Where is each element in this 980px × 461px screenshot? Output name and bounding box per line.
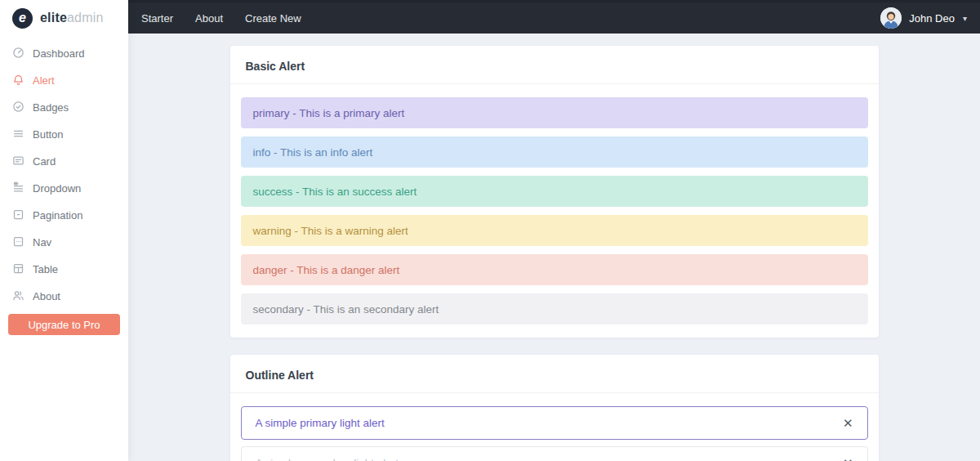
- sidebar-item-label: Table: [33, 263, 58, 275]
- brand-logo-icon: e: [12, 8, 33, 29]
- close-icon[interactable]: ✕: [843, 457, 853, 461]
- check-circle-icon: [12, 101, 24, 115]
- sidebar-item-button[interactable]: Button: [0, 121, 128, 148]
- card-body: A simple primary light alert ✕ A simple …: [230, 393, 879, 461]
- nav-box-icon: [12, 235, 24, 250]
- alert-warning: warning - This is a warning alert: [241, 215, 868, 246]
- brand-name-bold: elite: [40, 11, 67, 25]
- alert-success: success - This is an success alert: [241, 176, 868, 207]
- brand-logo[interactable]: e eliteadmin: [0, 0, 128, 36]
- basic-alert-card: Basic Alert primary - This is a primary …: [230, 46, 879, 338]
- sidebar-item-badges[interactable]: Badges: [0, 94, 128, 121]
- alert-info: info - This is an info alert: [241, 137, 868, 168]
- close-icon[interactable]: ✕: [843, 417, 853, 429]
- sidebar-item-label: Dashboard: [33, 47, 85, 60]
- sidebar-item-label: Pagination: [33, 209, 82, 222]
- sidebar: e eliteadmin Dashboard Alert Badges Bu: [0, 0, 128, 461]
- speedometer-icon: [12, 47, 24, 61]
- upgrade-to-pro-button[interactable]: Upgrade to Pro: [8, 314, 120, 335]
- sidebar-item-label: About: [33, 290, 60, 302]
- sidebar-item-nav[interactable]: Nav: [0, 229, 128, 256]
- brand-name-light: admin: [67, 11, 104, 25]
- users-icon: [12, 289, 24, 304]
- alert-text: A simple secondary light alert: [256, 457, 399, 461]
- alert-outline-secondary: A simple secondary light alert ✕: [241, 446, 868, 461]
- top-navbar: Starter About Create New John Deo ▾: [128, 0, 980, 34]
- sidebar-item-alert[interactable]: Alert: [0, 67, 128, 94]
- sidebar-item-pagination[interactable]: Pagination: [0, 202, 128, 229]
- sidebar-item-label: Nav: [33, 236, 51, 248]
- sidebar-item-card[interactable]: Card: [0, 148, 128, 175]
- user-name: John Deo: [909, 12, 955, 25]
- alert-text: A simple primary light alert: [256, 417, 385, 429]
- pagination-icon: [12, 208, 24, 223]
- user-menu[interactable]: John Deo ▾: [880, 7, 967, 29]
- alert-danger: danger - This is a danger alert: [241, 254, 868, 285]
- chevron-down-icon: ▾: [963, 14, 967, 23]
- card-header: Basic Alert: [230, 46, 879, 84]
- sidebar-item-label: Badges: [33, 101, 69, 114]
- main-content: Basic Alert primary - This is a primary …: [128, 36, 980, 461]
- card-title: Basic Alert: [246, 60, 863, 73]
- list-icon: [12, 128, 24, 142]
- sidebar-item-about[interactable]: About: [0, 283, 128, 310]
- outline-alert-card: Outline Alert A simple primary light ale…: [230, 355, 879, 461]
- alert-secondary: secondary - This is an secondary alert: [241, 293, 868, 324]
- sidebar-item-table[interactable]: Table: [0, 256, 128, 283]
- topnav-link-starter[interactable]: Starter: [141, 12, 173, 25]
- dropdown-icon: [12, 181, 24, 196]
- card-header: Outline Alert: [230, 355, 879, 393]
- card-icon: [12, 154, 24, 169]
- table-icon: [12, 262, 24, 277]
- topnav-link-about[interactable]: About: [195, 12, 223, 25]
- sidebar-item-label: Alert: [33, 74, 55, 87]
- alert-outline-primary: A simple primary light alert ✕: [241, 406, 868, 440]
- sidebar-item-dropdown[interactable]: Dropdown: [0, 175, 128, 202]
- sidebar-item-dashboard[interactable]: Dashboard: [0, 40, 128, 67]
- sidebar-nav: Dashboard Alert Badges Button Card: [0, 36, 128, 310]
- card-body: primary - This is a primary alert info -…: [230, 84, 879, 338]
- sidebar-item-label: Dropdown: [33, 182, 81, 195]
- sidebar-item-label: Button: [33, 128, 64, 141]
- sidebar-item-label: Card: [33, 155, 56, 168]
- topnav-link-create-new[interactable]: Create New: [245, 12, 301, 25]
- brand-name: eliteadmin: [40, 11, 104, 25]
- card-title: Outline Alert: [246, 369, 863, 382]
- alert-primary: primary - This is a primary alert: [241, 97, 868, 128]
- avatar: [880, 7, 902, 29]
- bell-icon: [12, 74, 24, 88]
